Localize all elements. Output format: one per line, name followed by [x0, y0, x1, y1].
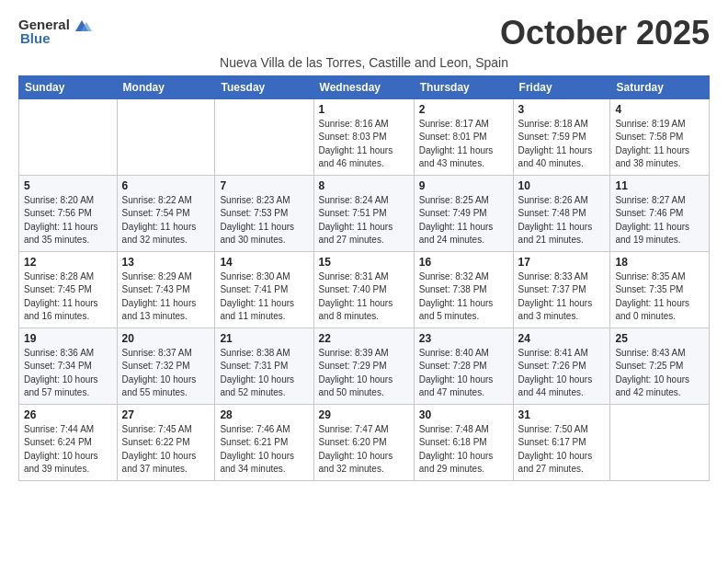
page: General Blue October 2025 Nueva Villa de… — [0, 0, 728, 490]
day-info: Sunrise: 8:28 AM Sunset: 7:45 PM Dayligh… — [24, 270, 112, 324]
day-number: 9 — [419, 179, 508, 192]
title-block: October 2025 — [500, 15, 710, 52]
calendar-cell-0-6: 4Sunrise: 8:19 AM Sunset: 7:58 PM Daylig… — [610, 98, 710, 175]
calendar-cell-2-5: 17Sunrise: 8:33 AM Sunset: 7:37 PM Dayli… — [513, 251, 610, 327]
logo-blue-text: Blue — [20, 31, 51, 47]
calendar-cell-3-5: 24Sunrise: 8:41 AM Sunset: 7:26 PM Dayli… — [513, 327, 610, 404]
day-info: Sunrise: 8:38 AM Sunset: 7:31 PM Dayligh… — [220, 347, 308, 400]
day-info: Sunrise: 8:27 AM Sunset: 7:46 PM Dayligh… — [615, 194, 704, 247]
day-number: 14 — [220, 256, 308, 269]
col-saturday: Saturday — [610, 75, 710, 98]
week-row-3: 19Sunrise: 8:36 AM Sunset: 7:34 PM Dayli… — [19, 327, 710, 404]
calendar-cell-4-2: 28Sunrise: 7:46 AM Sunset: 6:21 PM Dayli… — [215, 404, 313, 480]
calendar-cell-1-6: 11Sunrise: 8:27 AM Sunset: 7:46 PM Dayli… — [610, 175, 710, 251]
day-number: 10 — [518, 179, 606, 192]
header: General Blue October 2025 — [18, 15, 710, 52]
col-sunday: Sunday — [19, 75, 118, 98]
day-info: Sunrise: 7:47 AM Sunset: 6:20 PM Dayligh… — [319, 423, 409, 477]
day-number: 1 — [319, 103, 409, 116]
day-info: Sunrise: 8:40 AM Sunset: 7:28 PM Dayligh… — [419, 347, 508, 400]
calendar-cell-2-3: 15Sunrise: 8:31 AM Sunset: 7:40 PM Dayli… — [313, 251, 414, 327]
day-number: 23 — [419, 332, 508, 345]
day-info: Sunrise: 7:50 AM Sunset: 6:17 PM Dayligh… — [518, 423, 606, 477]
weekday-header-row: Sunday Monday Tuesday Wednesday Thursday… — [19, 75, 710, 98]
calendar-cell-0-2 — [215, 98, 313, 175]
calendar-cell-0-1 — [117, 98, 215, 175]
day-number: 29 — [319, 408, 409, 421]
day-info: Sunrise: 8:35 AM Sunset: 7:35 PM Dayligh… — [615, 270, 704, 324]
col-wednesday: Wednesday — [313, 75, 414, 98]
col-monday: Monday — [117, 75, 215, 98]
day-number: 11 — [615, 179, 704, 192]
day-info: Sunrise: 8:32 AM Sunset: 7:38 PM Dayligh… — [419, 270, 508, 324]
day-info: Sunrise: 8:37 AM Sunset: 7:32 PM Dayligh… — [122, 347, 210, 400]
calendar-table: Sunday Monday Tuesday Wednesday Thursday… — [18, 75, 710, 481]
day-number: 18 — [615, 256, 704, 269]
calendar-cell-0-0 — [19, 98, 118, 175]
week-row-1: 5Sunrise: 8:20 AM Sunset: 7:56 PM Daylig… — [19, 175, 710, 251]
calendar-cell-2-1: 13Sunrise: 8:29 AM Sunset: 7:43 PM Dayli… — [117, 251, 215, 327]
day-info: Sunrise: 7:45 AM Sunset: 6:22 PM Dayligh… — [122, 423, 210, 477]
day-number: 8 — [319, 179, 409, 192]
calendar-cell-3-3: 22Sunrise: 8:39 AM Sunset: 7:29 PM Dayli… — [313, 327, 414, 404]
col-friday: Friday — [513, 75, 610, 98]
day-number: 15 — [319, 256, 409, 269]
day-info: Sunrise: 7:46 AM Sunset: 6:21 PM Dayligh… — [220, 423, 308, 477]
col-thursday: Thursday — [414, 75, 513, 98]
day-number: 30 — [419, 408, 508, 421]
day-info: Sunrise: 8:29 AM Sunset: 7:43 PM Dayligh… — [122, 270, 210, 324]
day-info: Sunrise: 8:18 AM Sunset: 7:59 PM Dayligh… — [518, 118, 606, 171]
calendar-cell-2-2: 14Sunrise: 8:30 AM Sunset: 7:41 PM Dayli… — [215, 251, 313, 327]
calendar-cell-4-6 — [610, 404, 710, 480]
day-number: 22 — [319, 332, 409, 345]
day-info: Sunrise: 8:22 AM Sunset: 7:54 PM Dayligh… — [122, 194, 210, 247]
day-number: 19 — [24, 332, 112, 345]
day-info: Sunrise: 8:24 AM Sunset: 7:51 PM Dayligh… — [319, 194, 409, 247]
calendar-cell-1-4: 9Sunrise: 8:25 AM Sunset: 7:49 PM Daylig… — [414, 175, 513, 251]
calendar-cell-1-2: 7Sunrise: 8:23 AM Sunset: 7:53 PM Daylig… — [215, 175, 313, 251]
calendar-cell-2-0: 12Sunrise: 8:28 AM Sunset: 7:45 PM Dayli… — [19, 251, 118, 327]
calendar-cell-0-3: 1Sunrise: 8:16 AM Sunset: 8:03 PM Daylig… — [313, 98, 414, 175]
calendar-cell-1-1: 6Sunrise: 8:22 AM Sunset: 7:54 PM Daylig… — [117, 175, 215, 251]
calendar-cell-4-3: 29Sunrise: 7:47 AM Sunset: 6:20 PM Dayli… — [313, 404, 414, 480]
day-info: Sunrise: 7:48 AM Sunset: 6:18 PM Dayligh… — [419, 423, 508, 477]
calendar-cell-2-4: 16Sunrise: 8:32 AM Sunset: 7:38 PM Dayli… — [414, 251, 513, 327]
calendar-cell-3-1: 20Sunrise: 8:37 AM Sunset: 7:32 PM Dayli… — [117, 327, 215, 404]
day-info: Sunrise: 8:43 AM Sunset: 7:25 PM Dayligh… — [615, 347, 704, 400]
day-info: Sunrise: 8:26 AM Sunset: 7:48 PM Dayligh… — [518, 194, 606, 247]
week-row-4: 26Sunrise: 7:44 AM Sunset: 6:24 PM Dayli… — [19, 404, 710, 480]
day-info: Sunrise: 7:44 AM Sunset: 6:24 PM Dayligh… — [24, 423, 112, 477]
calendar-cell-3-0: 19Sunrise: 8:36 AM Sunset: 7:34 PM Dayli… — [19, 327, 118, 404]
week-row-0: 1Sunrise: 8:16 AM Sunset: 8:03 PM Daylig… — [19, 98, 710, 175]
day-number: 28 — [220, 408, 308, 421]
day-info: Sunrise: 8:39 AM Sunset: 7:29 PM Dayligh… — [319, 347, 409, 400]
day-number: 4 — [615, 103, 704, 116]
calendar-cell-0-5: 3Sunrise: 8:18 AM Sunset: 7:59 PM Daylig… — [513, 98, 610, 175]
calendar-cell-1-3: 8Sunrise: 8:24 AM Sunset: 7:51 PM Daylig… — [313, 175, 414, 251]
calendar-cell-1-5: 10Sunrise: 8:26 AM Sunset: 7:48 PM Dayli… — [513, 175, 610, 251]
day-number: 5 — [24, 179, 112, 192]
day-number: 26 — [24, 408, 112, 421]
day-info: Sunrise: 8:31 AM Sunset: 7:40 PM Dayligh… — [319, 270, 409, 324]
logo: General Blue — [18, 15, 92, 47]
day-number: 6 — [122, 179, 210, 192]
calendar-cell-2-6: 18Sunrise: 8:35 AM Sunset: 7:35 PM Dayli… — [610, 251, 710, 327]
day-number: 17 — [518, 256, 606, 269]
logo-icon — [72, 15, 92, 35]
calendar-cell-0-4: 2Sunrise: 8:17 AM Sunset: 8:01 PM Daylig… — [414, 98, 513, 175]
day-number: 31 — [518, 408, 606, 421]
calendar-cell-3-4: 23Sunrise: 8:40 AM Sunset: 7:28 PM Dayli… — [414, 327, 513, 404]
day-info: Sunrise: 8:23 AM Sunset: 7:53 PM Dayligh… — [220, 194, 308, 247]
day-info: Sunrise: 8:17 AM Sunset: 8:01 PM Dayligh… — [419, 118, 508, 171]
day-number: 2 — [419, 103, 508, 116]
calendar-cell-4-4: 30Sunrise: 7:48 AM Sunset: 6:18 PM Dayli… — [414, 404, 513, 480]
day-info: Sunrise: 8:36 AM Sunset: 7:34 PM Dayligh… — [24, 347, 112, 400]
day-info: Sunrise: 8:25 AM Sunset: 7:49 PM Dayligh… — [419, 194, 508, 247]
month-title: October 2025 — [500, 15, 710, 52]
day-number: 20 — [122, 332, 210, 345]
day-number: 25 — [615, 332, 704, 345]
calendar-cell-4-5: 31Sunrise: 7:50 AM Sunset: 6:17 PM Dayli… — [513, 404, 610, 480]
day-info: Sunrise: 8:20 AM Sunset: 7:56 PM Dayligh… — [24, 194, 112, 247]
day-info: Sunrise: 8:33 AM Sunset: 7:37 PM Dayligh… — [518, 270, 606, 324]
day-number: 27 — [122, 408, 210, 421]
